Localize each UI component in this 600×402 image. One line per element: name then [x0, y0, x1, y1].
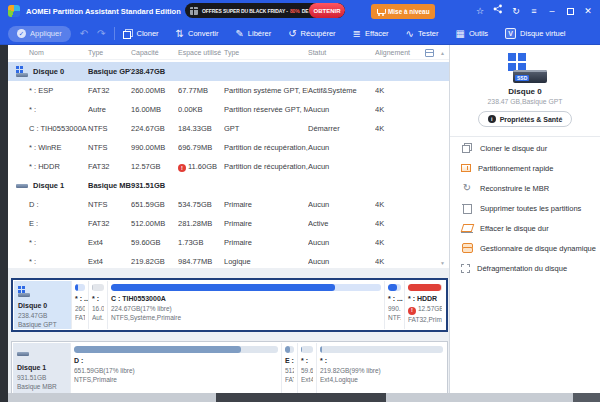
- usage-fill: [408, 284, 441, 291]
- disk-panel-info[interactable]: Disque 0238.47GBBasique GPT: [14, 281, 71, 329]
- row-used: 696.79MB: [178, 143, 224, 152]
- scroll-up-icon[interactable]: ▲: [440, 50, 445, 56]
- partition-label: E :: [285, 355, 294, 366]
- panel-disk-name: Disque 1: [17, 363, 66, 373]
- table-row-esp[interactable]: * : ESPFAT32260.00MB67.77MBPartition sys…: [8, 81, 449, 100]
- action-reconstruire-le-mbr[interactable]: ↻Reconstruire le MBR: [450, 178, 600, 198]
- partition-info: 59.6...: [301, 366, 313, 375]
- toolbar-button-convertir[interactable]: ⇅Convertir: [176, 29, 219, 39]
- action-gestionnaire-de-disque-dynamique[interactable]: Gestionnaire de disque dynamique: [450, 238, 600, 258]
- panel-disk-size: 931.51GB: [17, 373, 66, 382]
- favorite-icon[interactable]: ☆: [474, 0, 486, 22]
- toolbar-button-label: Convertir: [188, 29, 218, 38]
- action-label: Supprimer toutes les partitions: [480, 204, 581, 213]
- row-type: Partition système GPT, EFI: [224, 86, 308, 95]
- partition-block[interactable]: E :512...FAT...: [281, 343, 297, 393]
- row-name: E :: [16, 219, 88, 228]
- usage-bar: [285, 346, 294, 353]
- columns-icon[interactable]: [425, 49, 434, 57]
- action-effacer-le-disque-dur[interactable]: Effacer le disque dur: [450, 218, 600, 238]
- table-row-c-tih0553000a[interactable]: C : TIH0553000ANTFS224.67GB184.33GBGPTDé…: [8, 119, 449, 138]
- action-supprimer-toutes-les-partitions[interactable]: Supprimer toutes les partitions: [450, 198, 600, 218]
- toolbar-button-label: Récupérer: [301, 29, 336, 38]
- apply-button[interactable]: ✓ Appliquer: [8, 26, 71, 42]
- desktop-edge: [0, 45, 8, 402]
- partition-fs: Ext4,...: [301, 375, 313, 384]
- toolbar-button-tester[interactable]: ∿Tester: [406, 29, 439, 39]
- usage-bar: [408, 284, 442, 291]
- action-partitionnement-rapide[interactable]: Partitionnement rapide: [450, 158, 600, 178]
- panel-disk-size: 238.47GB: [18, 311, 67, 320]
- table-row-hddr[interactable]: * : HDDRFAT3212.57GB!11.60GBPartition de…: [8, 157, 449, 176]
- toolbar-button-effacer[interactable]: ≣Effacer: [353, 29, 389, 39]
- partition-block[interactable]: * : HDDR!12.57GB...FAT32,Prim...: [404, 281, 445, 329]
- toolbar-button-liberer[interactable]: ✎Libérer: [235, 29, 271, 39]
- usage-fill: [74, 346, 241, 353]
- table-row-[interactable]: * :Ext459.60GB1.73GBPrimaireAucun4K: [8, 233, 449, 252]
- toolbar-button-outils[interactable]: ▦Outils: [455, 29, 488, 39]
- table-row-[interactable]: * :Autre16.00MB0.00KBPartition réservée …: [8, 100, 449, 119]
- disk-illustration: SSD: [503, 53, 547, 83]
- partition-block[interactable]: * :59.6...Ext4,...: [297, 343, 316, 393]
- redo-button[interactable]: ↷: [97, 28, 105, 39]
- action-cloner-le-disque-dur[interactable]: Cloner le disque dur: [450, 138, 600, 158]
- minimize-button[interactable]: –: [546, 0, 558, 22]
- disk-table: NomTypeCapacitéEspace utiliséTypeStatutA…: [8, 45, 449, 268]
- toolbar-button-label: Cloner: [136, 29, 158, 38]
- row-align: 4K: [375, 257, 415, 266]
- action-defragmentation-du-disque[interactable]: Défragmentation du disque: [450, 258, 600, 278]
- sidebar: SSD Disque 0 238.47 GB,Basique GPT i Pro…: [449, 45, 600, 393]
- disk-icon: [17, 348, 29, 359]
- partition-fs: NTFS,Primaire: [74, 375, 278, 384]
- promo-cta-button[interactable]: OBTENIR: [309, 3, 345, 18]
- disk-panel-1[interactable]: Disque 1931.51GBBasique MBRD :651.59GB(1…: [11, 341, 448, 395]
- usage-fill: [92, 284, 93, 291]
- clone-disk-icon: [461, 142, 473, 154]
- convert-icon: ⇅: [176, 29, 184, 39]
- disk-panel-0[interactable]: Disque 0238.47GBBasique GPT* : ...260...…: [11, 278, 448, 332]
- table-row-winre[interactable]: * : WinRENTFS990.00MB696.79MBPartition d…: [8, 138, 449, 157]
- toolbar-button-cloner[interactable]: Cloner: [123, 29, 158, 38]
- partition-label: C : TIH0553000A: [111, 293, 381, 304]
- row-name: * : ESP: [16, 86, 88, 95]
- share-icon[interactable]: [492, 0, 504, 22]
- row-used: 281.28MB: [178, 219, 224, 228]
- partition-block[interactable]: * : ...260...FAT...: [71, 281, 88, 329]
- partition-block[interactable]: C : TIH0553000A224.67GB(17% libre)NTFS,S…: [107, 281, 384, 329]
- row-used: !11.60GB: [178, 162, 224, 172]
- table-row-disque-0[interactable]: Disque 0Basique GPT238.47GB: [8, 62, 449, 81]
- partition-block[interactable]: D :651.59GB(17% libre)NTFS,Primaire: [70, 343, 281, 393]
- scroll-down-icon[interactable]: ▼: [440, 260, 445, 266]
- recover-icon: ↺: [288, 29, 296, 39]
- table-row-disque-1[interactable]: Disque 1Basique MBR931.51GB: [8, 176, 449, 195]
- table-row-e[interactable]: E :FAT32512.00MB281.28MBPrimaireActive4K: [8, 214, 449, 233]
- partition-block[interactable]: * : ...990...NTF...: [384, 281, 404, 329]
- partition-info: 219.82GB(99% libre): [320, 366, 443, 375]
- close-button[interactable]: ✕: [582, 0, 594, 22]
- row-name-text: D :: [29, 200, 39, 209]
- toolbar-button-recuperer[interactable]: ↺Récupérer: [288, 29, 335, 39]
- properties-health-button[interactable]: i Propriétés & Santé: [478, 111, 573, 127]
- check-icon: ✓: [17, 29, 26, 38]
- disk-panel-info[interactable]: Disque 1931.51GBBasique MBR: [13, 343, 70, 393]
- partition-label: D :: [74, 355, 278, 366]
- properties-label: Propriétés & Santé: [500, 116, 563, 123]
- table-row-d[interactable]: D :NTFS651.59GB534.75GBPrimaireAucun4K: [8, 195, 449, 214]
- action-label: Défragmentation du disque: [477, 264, 567, 273]
- maximize-button[interactable]: [564, 0, 576, 22]
- undo-button[interactable]: ↶: [80, 28, 88, 39]
- upgrade-button[interactable]: Mise à niveau: [371, 4, 435, 19]
- table-row-[interactable]: * :Ext4219.82GB984.77MBLogiqueAucun4K: [8, 252, 449, 271]
- menu-icon[interactable]: ≡: [528, 0, 540, 22]
- sidebar-actions: Cloner le disque durPartitionnement rapi…: [450, 138, 600, 278]
- partition-block[interactable]: * :219.82GB(99% libre)Ext4,Logique: [316, 343, 446, 393]
- row-fs: Ext4: [88, 257, 131, 266]
- row-type: Partition réservée GPT, Mi...: [224, 105, 308, 114]
- upgrade-label: Mise à niveau: [388, 8, 430, 15]
- promo-banner[interactable]: OFFRES SUPER DU BLACK FRIDAY -80%DE REMI…: [185, 3, 345, 18]
- toolbar-button-disque-virtuel[interactable]: VDisque virtuel: [505, 28, 565, 39]
- refresh-icon[interactable]: ↻: [510, 0, 522, 22]
- action-label: Partitionnement rapide: [478, 164, 553, 173]
- partition-block[interactable]: * :16.0...Aut...: [88, 281, 107, 329]
- app-logo-icon: [8, 5, 20, 17]
